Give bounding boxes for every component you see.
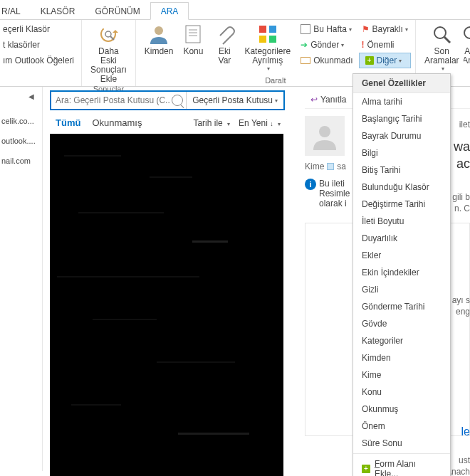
menu-item[interactable]: İleti Boyutu	[353, 213, 450, 230]
svg-point-4	[155, 26, 163, 35]
menu-item[interactable]: Kategoriler	[353, 332, 450, 349]
filter-unread[interactable]: Okunmamış	[86, 116, 147, 129]
menu-item[interactable]: Bitiş Tarihi	[353, 162, 450, 179]
menu-item[interactable]: Gövde	[353, 315, 450, 332]
plus-icon: +	[362, 465, 370, 473]
menu-item[interactable]: Okunmuş	[353, 401, 450, 418]
refresh-icon	[97, 23, 120, 46]
menu-item[interactable]: Süre Sonu	[353, 435, 450, 452]
edge-text: ilet	[459, 120, 470, 129]
message-list[interactable]	[50, 134, 283, 476]
categories-icon	[256, 23, 279, 46]
svg-point-17	[319, 126, 330, 137]
more-button[interactable]: + Diğer▾	[359, 53, 411, 68]
filter-row: Tümü Okunmamış Tarih ile ▾ En Yeni ↓ ▾	[50, 116, 285, 129]
recent-searches-button[interactable]: Son Aramalar▾	[420, 21, 464, 75]
edge-text: n. C	[454, 203, 470, 213]
important-button[interactable]: ! Önemli	[359, 37, 411, 53]
edge-text: ust	[459, 455, 470, 465]
category-box-icon	[327, 163, 334, 170]
scope-all-outlook[interactable]: ım Outlook Öğeleri	[0, 53, 77, 68]
search-tools-button[interactable]: Ara Araç	[464, 21, 470, 75]
calendar-icon	[301, 24, 310, 34]
categorized-button[interactable]: Kategorilere Ayrılmış▾	[240, 21, 295, 75]
tab-folder[interactable]: KLASÖR	[31, 3, 85, 19]
reply-icon: ↩	[310, 95, 318, 105]
plus-icon: +	[365, 56, 374, 65]
edge-text: wa	[454, 139, 470, 154]
edge-text: eng	[456, 307, 470, 317]
this-week-button[interactable]: Bu Hafta▾	[298, 21, 355, 37]
sort-newest[interactable]: En Yeni ↓ ▾	[234, 117, 285, 129]
flagged-button[interactable]: ⚑ Bayraklı▾	[359, 21, 411, 37]
menu-item[interactable]: Konu	[353, 384, 450, 401]
menu-item[interactable]: Ekin İçindekiler	[353, 264, 450, 281]
has-attachment-button[interactable]: Eki Var	[209, 21, 240, 75]
menu-item[interactable]: Değiştirme Tarihi	[353, 196, 450, 213]
account-item-2[interactable]: outlook....	[0, 131, 42, 151]
svg-rect-10	[269, 26, 276, 33]
account-item-1[interactable]: celik.co...	[0, 111, 42, 131]
tab-view[interactable]: GÖRÜNÜM	[85, 3, 150, 19]
folder-nav: celik.co... outlook.... nail.com	[0, 87, 43, 471]
menu-item[interactable]: Ekler	[353, 247, 450, 264]
to-value: sa	[337, 162, 346, 171]
edge-text: ac	[456, 157, 470, 171]
svg-line-14	[444, 37, 450, 43]
menu-item-form-field[interactable]: + Form Alanı Ekle...	[353, 455, 450, 476]
edge-text: ayı s	[452, 295, 470, 305]
unread-button[interactable]: Okunmadı	[298, 53, 355, 68]
svg-rect-11	[259, 36, 266, 43]
menu-item[interactable]: Bulunduğu Klasör	[353, 179, 450, 196]
info-icon: i	[305, 179, 316, 190]
menu-item[interactable]: Başlangıç Tarihi	[353, 110, 450, 127]
envelope-icon	[301, 57, 310, 64]
menu-item[interactable]: Bilgi	[353, 144, 450, 162]
svg-point-15	[464, 27, 470, 38]
tab-receive[interactable]: R/AL	[1, 3, 31, 19]
menu-item[interactable]: Bayrak Durumu	[353, 127, 450, 144]
search-input[interactable]	[51, 92, 186, 109]
reply-button[interactable]: ↩ Yanıtla	[305, 95, 352, 105]
menu-item[interactable]: Kime	[353, 366, 450, 384]
more-dropdown-menu: Genel Özellikler Alma tarihiBaşlangıç Ta…	[352, 73, 451, 476]
menu-header: Genel Özellikler	[353, 74, 450, 93]
from-button[interactable]: Kimden	[140, 21, 178, 75]
scope-current-folder[interactable]: eçerli Klasör	[0, 21, 77, 37]
svg-marker-1	[113, 30, 118, 33]
older-results-label: Daha Eski Sonuçları Ekle	[90, 47, 127, 84]
send-to-button[interactable]: ➔ Gönder▾	[298, 37, 355, 53]
svg-point-13	[434, 27, 446, 38]
to-label: Kime	[305, 162, 324, 171]
edge-text: gili b	[452, 192, 470, 202]
arrow-right-icon: ➔	[301, 40, 308, 50]
search-scope-dropdown[interactable]: Geçerli Posta Kutusu▾	[186, 92, 283, 109]
svg-point-2	[105, 31, 111, 37]
menu-item[interactable]: Duyarlılık	[353, 230, 450, 247]
sort-by-date[interactable]: Tarih ile ▾	[189, 117, 234, 129]
menu-item[interactable]: Alma tarihi	[353, 93, 450, 110]
subject-button[interactable]: Konu	[177, 21, 209, 75]
message-list-pane: Geçerli Posta Kutusu▾ Tümü Okunmamış Tar…	[50, 90, 285, 476]
older-results-button[interactable]: Daha Eski Sonuçları Ekle	[86, 21, 131, 84]
ribbon-tabs: R/AL KLASÖR GÖRÜNÜM ARA	[0, 0, 470, 20]
filter-all[interactable]: Tümü	[50, 116, 86, 129]
scope-subfolders[interactable]: t klasörler	[0, 37, 77, 53]
svg-rect-9	[259, 26, 266, 33]
search-container: Geçerli Posta Kutusu▾	[50, 90, 285, 110]
menu-item[interactable]: Gönderme Tarihi	[353, 298, 450, 315]
svg-rect-12	[269, 36, 276, 43]
account-item-3[interactable]: nail.com	[0, 151, 42, 171]
person-icon	[147, 23, 170, 46]
edge-link[interactable]: le	[461, 425, 470, 438]
flag-icon: ⚑	[362, 24, 370, 34]
sender-avatar	[305, 116, 345, 156]
menu-item[interactable]: Önem	[353, 418, 450, 435]
tab-search[interactable]: ARA	[150, 2, 189, 20]
paperclip-icon	[213, 23, 236, 46]
tools-icon	[464, 23, 470, 46]
menu-item[interactable]: Kimden	[353, 349, 450, 366]
svg-rect-5	[186, 26, 200, 43]
menu-item[interactable]: Gizli	[353, 281, 450, 298]
important-icon: !	[362, 40, 365, 50]
